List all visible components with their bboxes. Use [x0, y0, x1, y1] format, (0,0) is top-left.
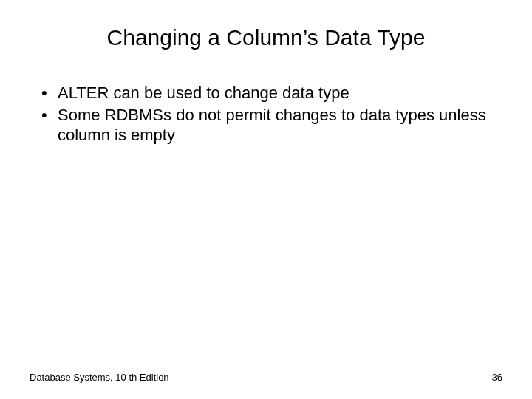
page-number: 36	[492, 372, 502, 383]
bullet-list: ALTER can be used to change data type So…	[30, 83, 502, 146]
footer-left: Database Systems, 10 th Edition	[30, 372, 169, 383]
list-item: Some RDBMSs do not permit changes to dat…	[37, 105, 502, 146]
slide-title: Changing a Column’s Data Type	[30, 25, 502, 50]
footer: Database Systems, 10 th Edition 36	[30, 372, 502, 383]
list-item: ALTER can be used to change data type	[37, 83, 502, 103]
